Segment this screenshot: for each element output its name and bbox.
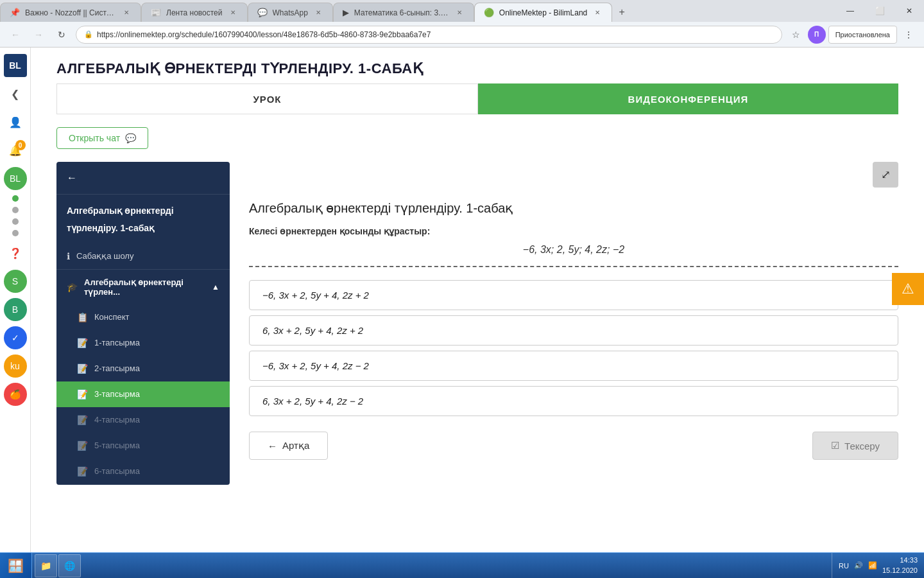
tab-3-title: WhatsApp <box>273 8 308 17</box>
icon-4[interactable]: ✓ <box>4 326 27 349</box>
nav-item-task5: 📝 5-тапсырма <box>56 433 230 459</box>
address-bar: ← → ↻ 🔒 https://onlinemektep.org/schedul… <box>0 22 924 48</box>
tab-1[interactable]: 📌 Важно - Nozzoff || Система пое... ✕ <box>0 3 141 22</box>
paused-label: Приостановлена <box>835 31 890 39</box>
tab-3[interactable]: 💬 WhatsApp ✕ <box>248 3 333 22</box>
tab-1-title: Важно - Nozzoff || Система пое... <box>25 8 116 17</box>
tab-video[interactable]: ВИДЕОКОНФЕРЕНЦИЯ <box>478 83 898 114</box>
taskbar-apps: 📁 🌐 <box>32 553 832 579</box>
task5-icon: 📝 <box>77 441 88 451</box>
minimize-button[interactable]: — <box>835 0 865 22</box>
graduation-icon: 🎓 <box>67 282 78 292</box>
check-button[interactable]: ☑ Тексеру <box>812 432 898 460</box>
window-controls: — ⬜ ✕ <box>835 0 924 22</box>
collapse-sidebar-button[interactable]: ❮ <box>4 82 27 105</box>
locale-indicator: RU <box>839 562 849 570</box>
tab-4[interactable]: ▶ Математика 6-сынып: 3.1. Алге... ✕ <box>333 3 474 22</box>
alert-button[interactable]: ⚠ <box>892 273 924 305</box>
answer-option-4[interactable]: 6, 3x + 2, 5y + 4, 2z − 2 <box>249 386 898 416</box>
nav-item-task1[interactable]: 📝 1-тапсырма <box>56 330 230 356</box>
bilimland-icon[interactable]: BL <box>4 167 27 190</box>
date-display: 15.12.2020 <box>882 566 918 575</box>
tab-video-label: ВИДЕОКОНФЕРЕНЦИЯ <box>628 94 749 105</box>
paused-button[interactable]: Приостановлена <box>828 26 897 44</box>
address-actions: ☆ П Приостановлена ⋮ <box>787 26 918 44</box>
open-chat-button[interactable]: Открыть чат 💬 <box>56 127 148 149</box>
answer-option-3[interactable]: −6, 3x + 2, 5y + 4, 2z − 2 <box>249 351 898 381</box>
tab-5[interactable]: 🟢 OnlineMektep - BilimLand ✕ <box>474 3 612 22</box>
taskbar-app-browser[interactable]: 🌐 <box>58 554 81 577</box>
nav-task4-label: 4-тапсырма <box>94 415 219 425</box>
nav-overview-label: Сабаққа шолу <box>76 251 219 261</box>
tab-1-close[interactable]: ✕ <box>121 8 132 17</box>
answer-option-1[interactable]: −6, 3x + 2, 5y + 4, 2z + 2 <box>249 280 898 310</box>
tab-5-close[interactable]: ✕ <box>592 8 603 17</box>
tab-lesson[interactable]: УРОК <box>56 83 478 114</box>
profile-button[interactable]: П <box>808 26 826 44</box>
url-text: https://onlinemektep.org/schedule/160799… <box>97 30 774 39</box>
tab-5-favicon: 🟢 <box>484 8 494 17</box>
network-icon: 📶 <box>868 561 877 570</box>
lock-icon: 🔒 <box>84 30 93 39</box>
nav-item-task2[interactable]: 📝 2-тапсырма <box>56 356 230 381</box>
tab-2-close[interactable]: ✕ <box>228 8 238 17</box>
icon-3[interactable]: B <box>4 298 27 321</box>
sidebar-icons: BL ❮ 👤 🔔 0 BL ❓ S B ✓ ku 🍊 <box>0 48 31 552</box>
tab-4-close[interactable]: ✕ <box>454 8 465 17</box>
taskbar: 🪟 📁 🌐 RU 🔊 📶 14:33 15.12.2020 <box>0 552 924 578</box>
nav-item-overview[interactable]: ℹ Сабаққа шолу <box>56 243 230 269</box>
dot-1 <box>12 207 19 213</box>
back-button[interactable]: ← <box>6 26 24 44</box>
menu-button[interactable]: ⋮ <box>900 26 918 44</box>
back-label: Артқа <box>282 440 309 451</box>
task3-icon: 📝 <box>77 389 88 399</box>
konspekt-icon: 📋 <box>77 312 88 322</box>
instruction-text: Келесі өрнектерден қосынды құрастыр: <box>249 226 430 236</box>
tab-3-close[interactable]: ✕ <box>313 8 323 17</box>
back-button[interactable]: ← Артқа <box>249 432 328 460</box>
nav-item-task6: 📝 6-тапсырма <box>56 459 230 484</box>
tab-4-favicon: ▶ <box>343 8 349 17</box>
time-display: 14:33 <box>882 556 918 565</box>
tab-2[interactable]: 📰 Лента новостей ✕ <box>141 3 248 22</box>
nav-back-button[interactable]: ← <box>56 162 230 195</box>
logo-icon[interactable]: BL <box>4 54 27 77</box>
reload-button[interactable]: ↻ <box>53 26 71 44</box>
taskbar-app-explorer[interactable]: 📁 <box>35 554 57 577</box>
nav-item-konspekt[interactable]: 📋 Конспект <box>56 304 230 330</box>
main-content: АЛГЕБРАЛЫҚ ӨРНЕКТЕРДІ ТҮРЛЕНДІРУ. 1-САБА… <box>31 48 924 552</box>
expand-button[interactable]: ⤢ <box>873 162 898 188</box>
forward-button[interactable]: → <box>30 26 47 44</box>
new-tab-button[interactable]: + <box>612 3 631 22</box>
nav-task5-label: 5-тапсырма <box>94 441 219 450</box>
help-button[interactable]: ❓ <box>4 241 27 265</box>
right-content: ⤢ Алгебралық өрнектерді түрлендіру. 1-са… <box>230 162 898 485</box>
icon-6[interactable]: 🍊 <box>4 383 27 406</box>
tab-lesson-label: УРОК <box>253 94 282 105</box>
browser-icon: 🌐 <box>64 561 75 571</box>
maximize-button[interactable]: ⬜ <box>865 0 894 22</box>
nav-item-task3[interactable]: 📝 3-тапсырма <box>56 381 230 407</box>
answer-4-text: 6, 3x + 2, 5y + 4, 2z − 2 <box>262 396 363 407</box>
answer-option-2[interactable]: 6, 3x + 2, 5y + 4, 2z + 2 <box>249 315 898 346</box>
start-button[interactable]: 🪟 <box>0 553 32 579</box>
url-bar[interactable]: 🔒 https://onlinemektep.org/schedule/1607… <box>76 26 782 44</box>
tab-4-title: Математика 6-сынып: 3.1. Алге... <box>354 8 449 17</box>
lesson-body: Открыть чат 💬 ← Алгебралық өрнектерді тү… <box>31 114 924 552</box>
explorer-icon: 📁 <box>40 561 51 571</box>
page-title: АЛГЕБРАЛЫҚ ӨРНЕКТЕРДІ ТҮРЛЕНДІРУ. 1-САБА… <box>56 60 898 77</box>
check-icon: ☑ <box>831 440 839 451</box>
bookmark-button[interactable]: ☆ <box>787 26 805 44</box>
dashed-divider <box>249 266 898 267</box>
check-label: Тексеру <box>844 441 880 451</box>
nav-item-main[interactable]: 🎓 Алгебралық өрнектерді түрлен... ▲ <box>56 270 230 304</box>
icon-5[interactable]: ku <box>4 355 27 378</box>
close-button[interactable]: ✕ <box>894 0 924 22</box>
nav-main-label: Алгебралық өрнектерді түрлен... <box>84 277 205 297</box>
dot-3 <box>12 230 19 236</box>
task6-icon: 📝 <box>77 466 88 477</box>
notifications-button[interactable]: 🔔 0 <box>4 139 27 162</box>
icon-2[interactable]: S <box>4 270 27 293</box>
tab-1-favicon: 📌 <box>10 8 20 17</box>
profile-icon-button[interactable]: 👤 <box>4 110 27 134</box>
